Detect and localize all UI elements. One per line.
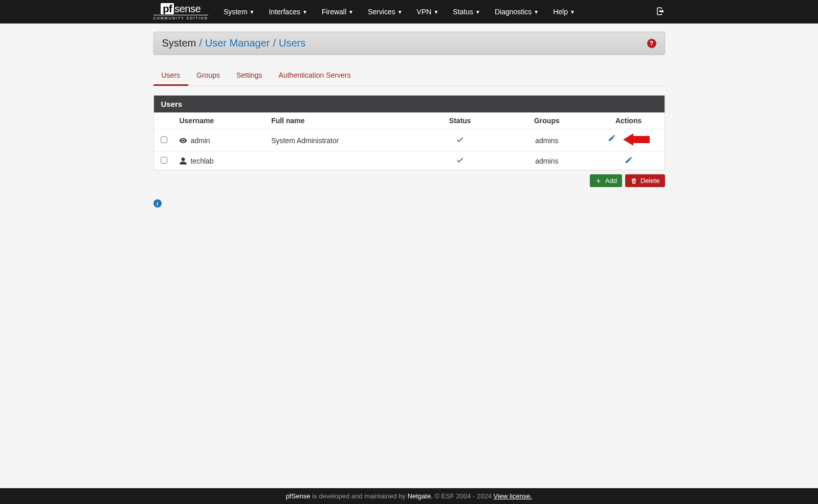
svg-marker-0: [623, 133, 650, 146]
tab-authentication-servers[interactable]: Authentication Servers: [271, 66, 359, 85]
logo[interactable]: pfsense COMMUNITY EDITION: [153, 3, 208, 21]
row-checkbox[interactable]: [161, 157, 167, 164]
col-fullname: Full name: [266, 112, 419, 129]
table-body: admin System Administrator admins: [154, 129, 665, 170]
nav-item-system[interactable]: System▼: [216, 0, 262, 24]
table-header-row: Username Full name Status Groups Actions: [154, 112, 665, 129]
nav-item-vpn[interactable]: VPN▼: [410, 0, 446, 24]
caret-icon: ▼: [433, 9, 438, 15]
caret-icon: ▼: [302, 9, 307, 15]
logout-icon[interactable]: [656, 7, 665, 17]
check-icon: [456, 135, 464, 144]
caret-icon: ▼: [348, 9, 353, 15]
edit-icon[interactable]: [625, 156, 633, 164]
col-actions: Actions: [593, 112, 665, 129]
panel-header: Users: [154, 96, 665, 112]
groups-cell: admins: [501, 129, 593, 152]
navbar-inner: pfsense COMMUNITY EDITION System▼ Interf…: [153, 0, 665, 24]
red-arrow-annotation: [623, 133, 650, 147]
add-button[interactable]: Add: [590, 174, 622, 187]
row-checkbox[interactable]: [161, 136, 167, 143]
fullname-cell: System Administrator: [266, 129, 419, 152]
caret-icon: ▼: [250, 9, 255, 15]
add-label: Add: [605, 177, 617, 185]
breadcrumb-panel: System / User Manager / Users ?: [153, 32, 665, 55]
col-username: Username: [174, 112, 266, 129]
breadcrumb-sep: /: [273, 37, 276, 49]
col-groups: Groups: [501, 112, 593, 129]
fullname-cell: [266, 152, 419, 170]
table-row: admin System Administrator admins: [154, 129, 665, 152]
help-icon[interactable]: ?: [647, 39, 656, 48]
col-check: [154, 112, 174, 129]
logo-subtitle: COMMUNITY EDITION: [153, 15, 208, 20]
plus-icon: [595, 177, 602, 185]
nav-menu: System▼ Interfaces▼ Firewall▼ Services▼ …: [216, 0, 656, 24]
breadcrumb: System / User Manager / Users: [162, 37, 306, 49]
info-icon[interactable]: i: [153, 199, 162, 208]
user-icon: [179, 157, 187, 165]
logo-brand: sense: [174, 3, 201, 14]
eye-icon: [179, 136, 187, 145]
username-cell: techlab: [179, 157, 261, 165]
username-text: techlab: [190, 157, 213, 165]
groups-cell: admins: [501, 152, 593, 170]
action-bar: Add Delete: [153, 174, 665, 187]
breadcrumb-sep: /: [199, 37, 202, 49]
tab-users[interactable]: Users: [153, 66, 189, 86]
username-text: admin: [190, 136, 210, 145]
col-status: Status: [419, 112, 501, 129]
caret-icon: ▼: [475, 9, 480, 15]
navbar: pfsense COMMUNITY EDITION System▼ Interf…: [0, 0, 818, 24]
breadcrumb-system[interactable]: System: [162, 37, 196, 49]
caret-icon: ▼: [397, 9, 403, 15]
edit-icon[interactable]: [608, 134, 616, 142]
delete-button[interactable]: Delete: [625, 174, 665, 187]
breadcrumb-users[interactable]: Users: [279, 37, 305, 49]
nav-item-interfaces[interactable]: Interfaces▼: [261, 0, 314, 24]
nav-item-firewall[interactable]: Firewall▼: [315, 0, 361, 24]
logo-main: pfsense: [161, 4, 201, 14]
tab-groups[interactable]: Groups: [188, 66, 228, 85]
nav-item-help[interactable]: Help▼: [546, 0, 582, 24]
check-icon: [456, 156, 464, 164]
users-table: Username Full name Status Groups Actions: [154, 112, 665, 170]
tab-settings[interactable]: Settings: [228, 66, 271, 85]
logo-prefix: pf: [161, 3, 174, 14]
delete-label: Delete: [640, 177, 660, 185]
username-cell: admin: [179, 136, 261, 145]
caret-icon: ▼: [534, 9, 539, 15]
caret-icon: ▼: [570, 9, 575, 15]
trash-icon: [630, 177, 637, 185]
breadcrumb-user-manager[interactable]: User Manager: [205, 37, 270, 49]
tabs: Users Groups Settings Authentication Ser…: [153, 66, 665, 86]
main-container: System / User Manager / Users ? Users Gr…: [153, 24, 665, 216]
users-panel: Users Username Full name Status Groups A…: [153, 95, 665, 170]
nav-item-services[interactable]: Services▼: [361, 0, 410, 24]
nav-right: [656, 7, 665, 17]
nav-item-diagnostics[interactable]: Diagnostics▼: [488, 0, 546, 24]
nav-item-status[interactable]: Status▼: [446, 0, 488, 24]
table-row: techlab admins: [154, 152, 665, 170]
